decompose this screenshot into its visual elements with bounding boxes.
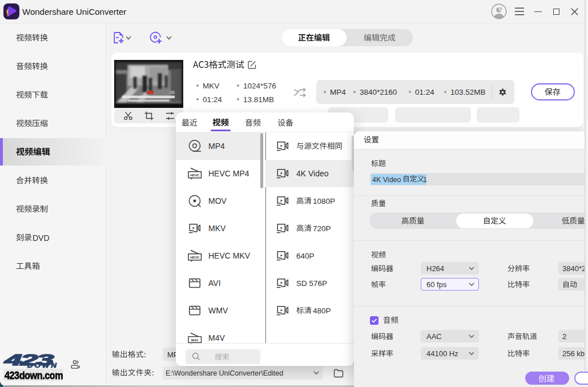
svg-text:M4V: M4V	[191, 338, 198, 342]
svg-text:HEVC: HEVC	[190, 173, 200, 177]
svg-text:HEVC: HEVC	[190, 255, 200, 259]
